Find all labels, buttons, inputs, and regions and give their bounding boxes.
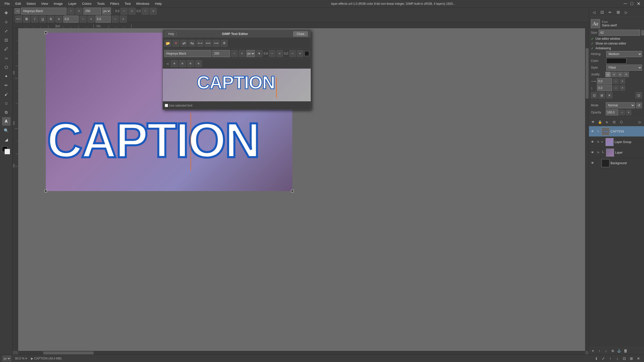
text-italic-button[interactable]: I xyxy=(31,16,38,23)
layer-fx-group[interactable]: fx xyxy=(596,141,600,143)
line-spacing-plus[interactable]: + xyxy=(620,85,625,91)
status-icon-5[interactable]: ⊡ xyxy=(621,355,627,361)
panel-icon-grid[interactable]: ⊞ xyxy=(615,9,622,16)
close-button[interactable]: ✕ xyxy=(635,1,642,7)
layer-eye-background[interactable]: 👁 xyxy=(590,161,595,166)
eyedropper-button[interactable]: ◢ xyxy=(2,135,11,144)
font-size-input[interactable] xyxy=(84,8,101,15)
canvas-offset-y-plus[interactable]: + xyxy=(120,16,127,23)
te-font-name-input[interactable] xyxy=(164,50,211,57)
layer-merge-icon[interactable]: ⊡ xyxy=(611,119,617,125)
text-editor-help-button[interactable]: Help xyxy=(166,32,177,36)
move-tool-button[interactable]: ✥ xyxy=(2,9,11,17)
te-dir4-button[interactable]: ⟰ xyxy=(221,40,228,47)
selection-handle-bl[interactable] xyxy=(45,190,47,192)
te-size-plus[interactable]: + xyxy=(239,50,245,57)
offset-x-minus[interactable]: − xyxy=(120,8,128,15)
menu-layer[interactable]: Layer xyxy=(66,1,79,6)
te-align-left[interactable]: ≡ xyxy=(171,60,178,67)
offset-x-plus[interactable]: + xyxy=(129,8,136,15)
menu-tools[interactable]: Tools xyxy=(95,1,107,6)
extra-icon-2[interactable]: ⊞ xyxy=(598,92,605,99)
extra-icon-1[interactable]: ⊡ xyxy=(591,92,597,99)
mode-reset-button[interactable]: ↺ xyxy=(636,102,642,108)
free-select-button[interactable]: ⬡ xyxy=(2,63,11,71)
layer-eye-icon[interactable]: 👁 xyxy=(590,119,596,125)
indent-minus[interactable]: − xyxy=(613,78,619,84)
layer-fx-caption[interactable]: fx xyxy=(596,130,600,133)
te-font-size-input[interactable] xyxy=(212,50,230,57)
menu-file[interactable]: File xyxy=(2,1,12,6)
text-editor-close-button[interactable]: Close xyxy=(293,31,308,36)
pen-tool-button[interactable]: ✏ xyxy=(2,81,11,89)
mode-select[interactable]: Normal xyxy=(606,102,635,108)
v-scrollbar-thumb[interactable] xyxy=(586,48,589,99)
antialiasing-label[interactable]: Antialiasing xyxy=(595,47,611,50)
layer-link-icon[interactable]: ⬡ xyxy=(618,119,624,125)
show-oncanvas-label[interactable]: Show on-canvas editor xyxy=(595,42,626,45)
hinting-select[interactable]: Medium xyxy=(606,51,642,57)
layer-eye-layer[interactable]: 👁 xyxy=(590,150,595,155)
layer-lower-button[interactable]: ↓ xyxy=(603,348,609,354)
layer-new-button[interactable]: + xyxy=(590,348,596,354)
panel-icon-layers[interactable]: ⊡ xyxy=(598,9,606,16)
layer-row-layer[interactable]: 👁 fx └ Layer xyxy=(589,147,644,158)
layer-eye-caption[interactable]: 👁 xyxy=(590,129,595,134)
canvas-offset-x-input[interactable] xyxy=(63,16,78,23)
te-offy-minus[interactable]: − xyxy=(289,50,296,57)
indent-plus[interactable]: + xyxy=(620,78,625,84)
minimize-button[interactable]: ─ xyxy=(622,1,628,6)
te-offx-minus[interactable]: − xyxy=(269,50,275,57)
te-offy-plus[interactable]: + xyxy=(297,50,303,57)
extra-icon-3[interactable]: ✕ xyxy=(606,92,613,99)
menu-filters[interactable]: Filters xyxy=(108,1,122,6)
te-back-btn[interactable]: ◁ xyxy=(164,61,170,66)
te-ltr-button[interactable]: ⇆ xyxy=(188,40,195,47)
status-icon-1[interactable]: ℹ xyxy=(593,355,599,361)
path-tool-button[interactable]: 🖊 xyxy=(2,45,11,53)
align-left-button[interactable]: ⟵ xyxy=(15,16,22,23)
line-spacing-minus[interactable]: − xyxy=(613,85,619,91)
layer-anchor-button[interactable]: ⚓ xyxy=(616,348,622,354)
te-align-right[interactable]: ≡ xyxy=(187,60,194,67)
layer-row-caption[interactable]: 👁 fx CAP CAPTION xyxy=(589,126,644,137)
transform-tool-button[interactable]: ⤢ xyxy=(2,27,11,35)
menu-help[interactable]: Help xyxy=(152,1,164,6)
use-editor-label[interactable]: Use editor window xyxy=(595,37,620,40)
te-offx-plus[interactable]: + xyxy=(276,50,283,57)
menu-edit[interactable]: Edit xyxy=(13,1,23,6)
v-scrollbar[interactable] xyxy=(585,28,589,351)
foreground-background-colors[interactable] xyxy=(2,146,11,155)
te-load-button[interactable]: 📂 xyxy=(164,40,171,47)
menu-image[interactable]: Image xyxy=(51,1,65,6)
layer-eye-group[interactable]: 👁 xyxy=(590,140,595,145)
opacity-minus[interactable]: − xyxy=(619,110,625,115)
te-align-center[interactable]: ≡ xyxy=(179,60,186,67)
layer-expand-all-icon[interactable]: ▷ xyxy=(637,119,643,125)
layer-lock-icon[interactable]: 🔒 xyxy=(597,119,603,125)
line-spacing-input[interactable] xyxy=(597,85,612,91)
rect-select-button[interactable]: ▭ xyxy=(2,54,11,62)
text-editor-content[interactable]: CAPTION xyxy=(163,69,311,101)
increase-size-button[interactable]: + xyxy=(75,8,83,15)
fuzzy-select-button[interactable]: ✦ xyxy=(2,72,11,80)
offset-y-plus[interactable]: + xyxy=(150,8,157,15)
te-dir1-button[interactable]: ⟻ xyxy=(196,40,204,47)
justify-right-button[interactable]: ≡ xyxy=(617,72,623,77)
te-unit-select[interactable]: px xyxy=(246,50,255,57)
size-decrease[interactable]: − xyxy=(641,30,644,33)
status-icon-3[interactable]: ↑ xyxy=(607,355,613,361)
opacity-plus[interactable]: + xyxy=(626,110,631,115)
justify-left-button[interactable]: ≡ xyxy=(605,72,611,77)
layer-delete-button[interactable]: 🗑 xyxy=(623,348,629,354)
maximize-button[interactable]: □ xyxy=(629,1,635,6)
canvas-offset-x-minus[interactable]: − xyxy=(79,16,87,23)
menu-windows[interactable]: Windows xyxy=(134,1,152,6)
magnify-button[interactable]: 🔍 xyxy=(2,126,11,135)
status-icon-4[interactable]: ↓ xyxy=(614,355,620,361)
panel-icon-pencil[interactable]: ✏ xyxy=(607,9,614,16)
te-dir2-button[interactable]: ⟺ xyxy=(205,40,212,47)
te-unit-expand[interactable]: ▾ xyxy=(256,50,263,57)
unit-select-status[interactable]: px xyxy=(3,356,11,361)
decrease-size-button[interactable]: − xyxy=(67,8,74,15)
